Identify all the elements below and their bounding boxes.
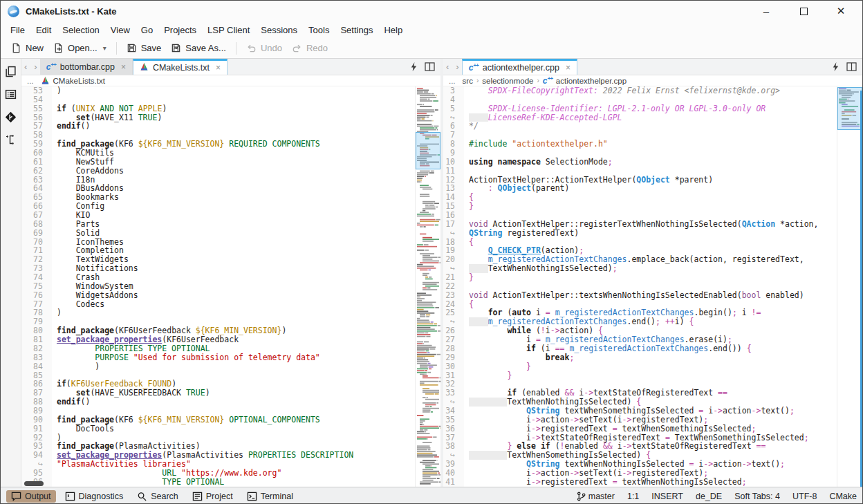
minimap-scrollbar-left[interactable]: [415, 86, 440, 487]
code-line: ): [52, 308, 415, 317]
code-line: KIO: [52, 211, 415, 220]
menu-go[interactable]: Go: [136, 24, 158, 37]
menu-tools[interactable]: Tools: [303, 24, 335, 37]
code-view-left[interactable]: )if (UNIX AND NOT APPLE) set(HAVE_X11 TR…: [52, 86, 415, 487]
code-line: LicenseRef-KDE-Accepted-LGPL: [464, 113, 837, 122]
tab-cmakelists-txt[interactable]: CMakeLists.txt×: [133, 59, 228, 75]
code-line: {: [464, 193, 837, 202]
statusbar-toggle-diagnostics[interactable]: Diagnostics: [60, 490, 129, 503]
horizontal-scrollbar-thumb[interactable]: [24, 481, 44, 486]
breadcrumb-item-src[interactable]: src: [463, 77, 473, 85]
line-number: 61: [21, 158, 52, 167]
history-forward-icon[interactable]: ›: [34, 62, 37, 72]
save-as-button[interactable]: Save As...: [166, 41, 231, 55]
breadcrumb-root[interactable]: ...: [449, 77, 456, 85]
statusbar-toggle-search[interactable]: Search: [132, 490, 183, 503]
breadcrumb-root[interactable]: ...: [27, 77, 34, 85]
menu-settings[interactable]: Settings: [335, 24, 378, 37]
statusbar: OutputDiagnosticsSearchProjectTerminal m…: [1, 487, 862, 504]
line-number: 83: [21, 353, 52, 362]
close-button[interactable]: ✕: [832, 5, 850, 17]
code-line: DocTools: [52, 424, 415, 433]
cmake-icon: [140, 62, 149, 71]
open-file-icon: [53, 43, 64, 53]
terminal-icon: [247, 492, 257, 501]
open-button[interactable]: Open... ▾: [48, 41, 111, 55]
redo-button[interactable]: Redo: [287, 41, 333, 55]
code-line: Config: [52, 202, 415, 211]
code-line: endif(): [52, 122, 415, 131]
minimap-scrollbar-right[interactable]: [837, 86, 862, 487]
menu-view[interactable]: View: [105, 24, 136, 37]
menu-projects[interactable]: Projects: [158, 24, 202, 37]
statusbar-item-utf-8[interactable]: UTF-8: [792, 492, 817, 501]
minimize-button[interactable]: –: [757, 6, 775, 17]
tab-close-icon[interactable]: ×: [566, 63, 570, 73]
toolview-button-file-list[interactable]: [3, 87, 17, 101]
toolview-button-git[interactable]: [3, 110, 17, 124]
chevron-down-icon[interactable]: ▾: [103, 44, 106, 52]
statusbar-item-soft-tabs-4[interactable]: Soft Tabs: 4: [734, 492, 780, 501]
new-button[interactable]: New: [6, 41, 48, 55]
menu-help[interactable]: Help: [378, 24, 408, 37]
save-button[interactable]: Save: [122, 41, 167, 55]
line-number: 10: [443, 158, 464, 167]
history-forward-icon[interactable]: ›: [456, 62, 458, 72]
split-view-icon[interactable]: [846, 62, 857, 71]
tab-bottombar-cpp[interactable]: c++bottombar.cpp×: [40, 59, 133, 75]
tab-label: CMakeLists.txt: [153, 63, 210, 73]
quick-open-icon[interactable]: [832, 62, 839, 71]
toolview-button-documents[interactable]: [3, 64, 17, 78]
redo-icon: [292, 43, 302, 53]
tab-actiontexthelper-cpp[interactable]: c++actiontexthelper.cpp×: [462, 59, 577, 75]
minimap-viewport-right[interactable]: [837, 87, 862, 130]
line-number: 11: [443, 167, 464, 176]
statusbar-toggle-label: Diagnostics: [79, 492, 124, 501]
history-back-icon[interactable]: ‹: [24, 62, 27, 72]
line-number: 17: [443, 220, 464, 229]
menu-file[interactable]: File: [5, 24, 30, 37]
breadcrumb-item-cmakelists-txt[interactable]: CMakeLists.txt: [53, 77, 105, 85]
menu-sessions[interactable]: Sessions: [255, 24, 303, 37]
toolview-button-symbols[interactable]: [3, 133, 17, 147]
tab-label: actiontexthelper.cpp: [483, 63, 559, 73]
line-number: 22: [443, 282, 464, 291]
line-number: 16: [443, 211, 464, 220]
statusbar-item-insert[interactable]: INSERT: [651, 492, 683, 501]
tab-close-icon[interactable]: ×: [216, 63, 221, 73]
minimap-viewport-left[interactable]: [416, 132, 440, 169]
statusbar-item-1-1[interactable]: 1:1: [627, 492, 639, 501]
code-line: Bookmarks: [52, 193, 415, 202]
statusbar-item-master[interactable]: master: [577, 492, 615, 501]
tab-label: bottombar.cpp: [60, 62, 115, 72]
line-number: 9: [443, 149, 464, 158]
menu-selection[interactable]: Selection: [57, 24, 104, 37]
statusbar-toggle-output[interactable]: Output: [6, 490, 56, 503]
statusbar-toggle-terminal[interactable]: Terminal: [242, 490, 298, 503]
menu-lsp-client[interactable]: LSP Client: [202, 24, 255, 37]
line-number: 36: [443, 424, 464, 433]
scrollbar-edge-indicator: [860, 91, 862, 487]
code-view-right[interactable]: SPDX-FileCopyrightText: 2022 Felix Ernst…: [464, 86, 837, 487]
maximize-button[interactable]: [795, 6, 813, 17]
breadcrumb-item-selectionmode[interactable]: selectionmode: [482, 77, 533, 85]
statusbar-item-cmake[interactable]: CMake: [829, 492, 857, 501]
code-line: endif(): [52, 398, 415, 407]
history-back-icon[interactable]: ‹: [446, 62, 449, 72]
line-number: 41: [443, 478, 464, 487]
statusbar-item-de-de[interactable]: de_DE: [696, 492, 722, 501]
breadcrumb-item-actiontexthelper-cpp[interactable]: actiontexthelper.cpp: [556, 77, 627, 85]
kate-app-icon: [8, 6, 19, 17]
menu-edit[interactable]: Edit: [30, 24, 57, 37]
line-number: 84: [21, 362, 52, 371]
statusbar-item-label: UTF-8: [792, 492, 817, 501]
tab-close-icon[interactable]: ×: [121, 62, 126, 72]
wrap-marker: ↪: [443, 398, 464, 407]
statusbar-toggle-project[interactable]: Project: [187, 490, 238, 503]
line-number: 23: [443, 291, 464, 300]
undo-button[interactable]: Undo: [241, 41, 287, 55]
code-line: void ActionTextHelper::textsWhenNothingI…: [464, 291, 837, 300]
line-number: 76: [21, 291, 52, 300]
quick-open-icon[interactable]: [410, 62, 418, 71]
split-view-icon[interactable]: [425, 62, 435, 71]
